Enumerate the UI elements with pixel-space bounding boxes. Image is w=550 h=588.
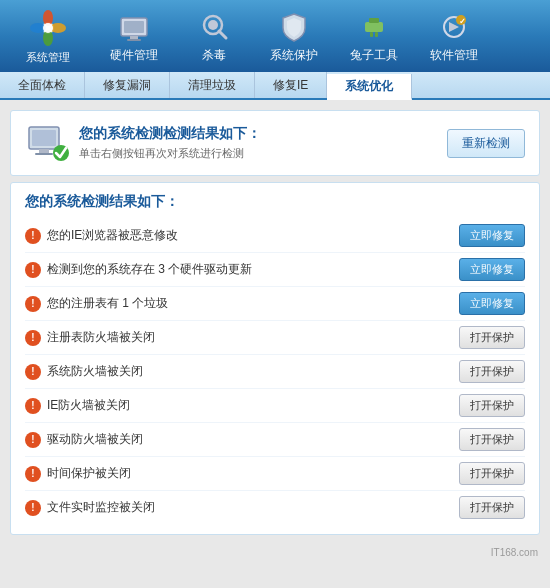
logo-label: 系统管理: [26, 50, 70, 65]
protect-button[interactable]: 打开保护: [459, 462, 525, 485]
svg-rect-22: [39, 149, 49, 153]
protect-button[interactable]: 打开保护: [459, 496, 525, 519]
result-item: !文件实时监控被关闭打开保护: [25, 491, 525, 524]
svg-rect-8: [130, 36, 138, 39]
software-icon: ✓: [436, 9, 472, 45]
result-text: 您的IE浏览器被恶意修改: [47, 227, 178, 244]
svg-rect-9: [127, 39, 141, 41]
nav-tools[interactable]: 兔子工具: [334, 5, 414, 68]
warning-icon: !: [25, 262, 41, 278]
tab-clean-junk[interactable]: 清理垃圾: [170, 72, 255, 98]
result-item: !系统防火墙被关闭打开保护: [25, 355, 525, 389]
result-left: !时间保护被关闭: [25, 465, 131, 482]
summary-text: 您的系统检测检测结果如下： 单击右侧按钮再次对系统进行检测: [79, 125, 261, 161]
svg-point-5: [43, 23, 53, 33]
nav-software-label: 软件管理: [430, 47, 478, 64]
result-left: !您的IE浏览器被恶意修改: [25, 227, 178, 244]
svg-line-12: [219, 31, 226, 38]
main-content: 您的系统检测结果如下： !您的IE浏览器被恶意修改立即修复!检测到您的系统存在 …: [10, 182, 540, 535]
result-left: !IE防火墙被关闭: [25, 397, 130, 414]
svg-rect-15: [370, 32, 373, 37]
nav-hardware[interactable]: 硬件管理: [94, 5, 174, 68]
nav-protection[interactable]: 系统保护: [254, 5, 334, 68]
summary-title: 您的系统检测检测结果如下：: [79, 125, 261, 143]
nav-hardware-label: 硬件管理: [110, 47, 158, 64]
result-left: !检测到您的系统存在 3 个硬件驱动更新: [25, 261, 252, 278]
svg-point-11: [208, 20, 218, 30]
warning-icon: !: [25, 228, 41, 244]
result-text: 系统防火墙被关闭: [47, 363, 143, 380]
footer-watermark: IT168.com: [0, 545, 550, 560]
protect-button[interactable]: 打开保护: [459, 360, 525, 383]
warning-icon: !: [25, 364, 41, 380]
svg-rect-7: [124, 21, 144, 33]
recheck-button[interactable]: 重新检测: [447, 129, 525, 158]
svg-rect-23: [35, 153, 53, 155]
warning-icon: !: [25, 330, 41, 346]
antivirus-icon: [196, 9, 232, 45]
result-text: 时间保护被关闭: [47, 465, 131, 482]
nav-antivirus[interactable]: 杀毒: [174, 5, 254, 68]
result-item: !检测到您的系统存在 3 个硬件驱动更新立即修复: [25, 253, 525, 287]
result-left: !您的注册表有 1 个垃圾: [25, 295, 168, 312]
nav-protection-label: 系统保护: [270, 47, 318, 64]
result-text: 文件实时监控被关闭: [47, 499, 155, 516]
result-item: !时间保护被关闭打开保护: [25, 457, 525, 491]
svg-text:✓: ✓: [459, 16, 466, 25]
shield-icon: [276, 9, 312, 45]
warning-icon: !: [25, 432, 41, 448]
app-header: 系统管理 硬件管理 杀毒: [0, 0, 550, 72]
repair-button[interactable]: 立即修复: [459, 292, 525, 315]
repair-button[interactable]: 立即修复: [459, 224, 525, 247]
result-text: 注册表防火墙被关闭: [47, 329, 155, 346]
logo-area: 系统管理: [10, 8, 86, 65]
repair-button[interactable]: 立即修复: [459, 258, 525, 281]
hardware-icon: [116, 9, 152, 45]
tab-checkup[interactable]: 全面体检: [0, 72, 85, 98]
warning-icon: !: [25, 466, 41, 482]
results-container: !您的IE浏览器被恶意修改立即修复!检测到您的系统存在 3 个硬件驱动更新立即修…: [25, 219, 525, 524]
tab-optimize[interactable]: 系统优化: [327, 74, 412, 100]
protect-button[interactable]: 打开保护: [459, 428, 525, 451]
summary-box: 您的系统检测检测结果如下： 单击右侧按钮再次对系统进行检测 重新检测: [10, 110, 540, 176]
tab-repair-ie[interactable]: 修复IE: [255, 72, 327, 98]
result-item: !IE防火墙被关闭打开保护: [25, 389, 525, 423]
result-left: !注册表防火墙被关闭: [25, 329, 155, 346]
tab-repair-vuln[interactable]: 修复漏洞: [85, 72, 170, 98]
svg-rect-13: [365, 22, 383, 32]
section-title: 您的系统检测结果如下：: [25, 193, 525, 211]
nav-antivirus-label: 杀毒: [202, 47, 226, 64]
warning-icon: !: [25, 500, 41, 516]
summary-left: 您的系统检测检测结果如下： 单击右侧按钮再次对系统进行检测: [25, 121, 261, 165]
protect-button[interactable]: 打开保护: [459, 326, 525, 349]
warning-icon: !: [25, 296, 41, 312]
svg-rect-16: [375, 32, 378, 37]
tab-bar: 全面体检 修复漏洞 清理垃圾 修复IE 系统优化: [0, 72, 550, 100]
summary-computer-icon: [25, 121, 69, 165]
warning-icon: !: [25, 398, 41, 414]
protect-button[interactable]: 打开保护: [459, 394, 525, 417]
result-text: 检测到您的系统存在 3 个硬件驱动更新: [47, 261, 252, 278]
result-item: !您的IE浏览器被恶意修改立即修复: [25, 219, 525, 253]
logo-icon: [28, 8, 68, 48]
result-text: IE防火墙被关闭: [47, 397, 130, 414]
svg-rect-14: [369, 18, 379, 23]
result-text: 您的注册表有 1 个垃圾: [47, 295, 168, 312]
result-left: !驱动防火墙被关闭: [25, 431, 143, 448]
result-text: 驱动防火墙被关闭: [47, 431, 143, 448]
tools-icon: [356, 9, 392, 45]
nav-tools-label: 兔子工具: [350, 47, 398, 64]
result-left: !系统防火墙被关闭: [25, 363, 143, 380]
svg-rect-21: [32, 130, 56, 146]
summary-subtitle: 单击右侧按钮再次对系统进行检测: [79, 146, 261, 161]
result-left: !文件实时监控被关闭: [25, 499, 155, 516]
result-item: !注册表防火墙被关闭打开保护: [25, 321, 525, 355]
result-item: !驱动防火墙被关闭打开保护: [25, 423, 525, 457]
nav-software[interactable]: ✓ 软件管理: [414, 5, 494, 68]
result-item: !您的注册表有 1 个垃圾立即修复: [25, 287, 525, 321]
